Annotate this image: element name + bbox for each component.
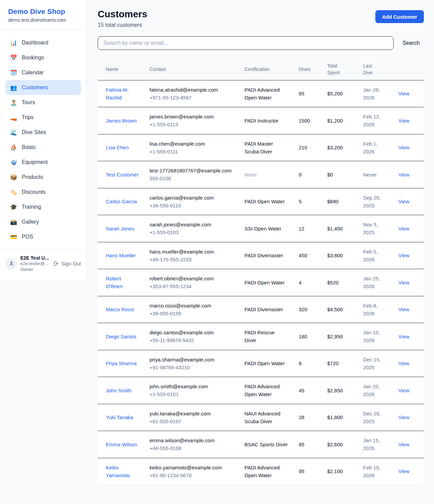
customer-total-spent: $2,850 [327,388,343,393]
sidebar-item-products[interactable]: 📦 Products [5,170,81,185]
table-row: Fatima Al-Rashid fatima.alrashid@example… [98,80,424,107]
customer-phone: +81-90-1234-5678 [150,471,234,479]
customer-certification: PADI Open Water [244,199,284,204]
sign-out-button[interactable]: Sign Out [53,261,81,266]
add-customer-button[interactable]: Add Customer [375,10,424,23]
view-customer-link[interactable]: View [398,118,409,124]
customer-email: marco.rossi@example.com [150,302,234,310]
customer-total-spent: $680 [327,199,338,204]
sidebar-item-trips[interactable]: 🚤 Trips [5,110,81,125]
customer-name-link[interactable]: Yuki Tanaka [106,414,133,420]
user-info: E2E Test U... e2e-tester@... Owner [20,255,49,273]
customer-dives: 28 [299,414,304,420]
view-customer-link[interactable]: View [398,388,409,393]
view-customer-link[interactable]: View [398,91,409,96]
customer-last-dive: Dec 15, 2025 [363,357,381,370]
customer-email: sarah.jones@example.com [150,221,234,228]
customer-name-link[interactable]: Sarah Jones [106,226,134,231]
sidebar-nav: 📊 Dashboard 📅 Bookings 🗓️ Calendar 👥 Cus… [0,30,86,248]
sidebar-item-dive-sites[interactable]: 🌊 Dive Sites [5,125,81,140]
table-row: Emma Wilson emma.wilson@example.com +44-… [98,431,424,458]
customer-certification: NAUI Advanced Scuba Diver [244,411,280,424]
col-header-actions [393,59,424,80]
customer-total-spent: $2,100 [327,468,343,474]
view-customer-link[interactable]: View [398,468,409,474]
customer-last-dive: Feb 8, 2026 [363,303,378,316]
customer-name-link[interactable]: Emma Wilson [106,442,137,447]
sidebar-item-bookings[interactable]: 📅 Bookings [5,50,81,65]
view-customer-link[interactable]: View [398,145,409,150]
table-row: Marco Rossi marco.rossi@example.com +39-… [98,296,424,323]
sidebar-item-tours[interactable]: 🏝️ Tours [5,95,81,110]
col-header-name: Name [98,59,144,80]
bookings-icon: 📅 [10,55,17,61]
table-row: Priya Sharma priya.sharma@example.com +9… [98,350,424,377]
user-role: Owner [20,267,49,273]
customer-last-dive: Feb 5, 2026 [363,249,378,262]
view-customer-link[interactable]: View [398,442,409,447]
customer-total-spent: $2,600 [327,442,343,447]
sidebar-item-customers[interactable]: 👥 Customers [5,80,81,95]
view-customer-link[interactable]: View [398,360,409,366]
view-customer-link[interactable]: View [398,253,409,258]
customers-table: Name Contact Certification Dives Total S… [98,59,424,485]
search-button[interactable]: Search [402,40,424,46]
table-row: Diego Santos diego.santos@example.com +5… [98,323,424,350]
tours-icon: 🏝️ [10,100,17,106]
sidebar-item-equipment[interactable]: 🤿 Equipment [5,155,81,170]
customer-name-link[interactable]: Diego Santos [106,334,136,339]
customer-phone: +1-555-0103 [150,228,234,236]
sidebar-item-discounts[interactable]: 🏷️ Discounts [5,185,81,200]
view-customer-link[interactable]: View [398,199,409,204]
search-input[interactable] [98,36,394,50]
customer-email: lisa.chen@example.com [150,140,234,148]
customer-dives: 8 [299,360,301,366]
shop-title: Demo Dive Shop [8,7,78,16]
customer-name-link[interactable]: Hans Mueller [106,253,136,258]
customer-name-link[interactable]: Test Customer [106,172,139,178]
table-header-row: Name Contact Certification Dives Total S… [98,59,424,80]
view-customer-link[interactable]: View [398,226,409,231]
customer-dives: 65 [299,91,304,96]
sidebar-item-dashboard[interactable]: 📊 Dashboard [5,35,81,50]
customer-name-link[interactable]: Robert O'Brien [106,276,123,289]
customer-name-link[interactable]: Lisa Chen [106,145,129,150]
shop-domain: demo.test.divestreams.com [8,17,78,23]
customer-total-spent: $720 [327,360,338,366]
table-row: Keiko Yamamoto keiko.yamamoto@example.co… [98,458,424,485]
sidebar-item-training[interactable]: 🎓 Training [5,200,81,214]
customer-name-link[interactable]: John Smith [106,388,131,393]
boats-icon: ⛵ [10,145,17,150]
customer-last-dive: Dec 28, 2025 [363,411,381,424]
view-customer-link[interactable]: View [398,306,409,312]
customer-phone: +971-55-123-4567 [150,94,234,101]
customer-name-link[interactable]: Keiko Yamamoto [106,465,130,478]
customer-name-link[interactable]: Marco Rossi [106,306,134,312]
col-header-dives: Dives [293,59,322,80]
customer-name-link[interactable]: Fatima Al-Rashid [106,87,129,100]
shop-header: Demo Dive Shop demo.test.divestreams.com [0,0,86,30]
customer-email: test-1772681807767@example.com [150,167,234,174]
customer-name-link[interactable]: Priya Sharma [106,360,137,366]
view-customer-link[interactable]: View [398,280,409,285]
view-customer-link[interactable]: View [398,172,409,178]
sidebar-item-pos[interactable]: 💳 POS [5,229,81,244]
sidebar-item-gallery[interactable]: 📸 Gallery [5,214,81,229]
customer-certification: PADI Instructor [244,118,279,124]
view-customer-link[interactable]: View [398,334,409,339]
customer-phone: +1-555-0101 [150,390,234,398]
customer-name-link[interactable]: Carlos Garcia [106,199,137,204]
sidebar-item-calendar[interactable]: 🗓️ Calendar [5,65,81,80]
customer-certification: PADI Advanced Open Water [244,465,280,478]
sidebar-item-boats[interactable]: ⛵ Boats [5,140,81,155]
view-customer-link[interactable]: View [398,414,409,420]
customer-name-link[interactable]: James Brown [106,118,137,124]
col-header-total-spent: Total Spent [322,59,358,80]
dashboard-icon: 📊 [10,40,17,46]
customer-certification: PADI Divemaster [244,306,283,312]
customer-certification: PADI Advanced Open Water [244,384,280,397]
customer-last-dive: Feb 10, 2026 [363,465,380,478]
table-row: Test Customer test-1772681807767@example… [98,161,424,188]
customer-total-spent: $4,500 [327,306,343,312]
customer-total-spent: $2,950 [327,334,343,339]
